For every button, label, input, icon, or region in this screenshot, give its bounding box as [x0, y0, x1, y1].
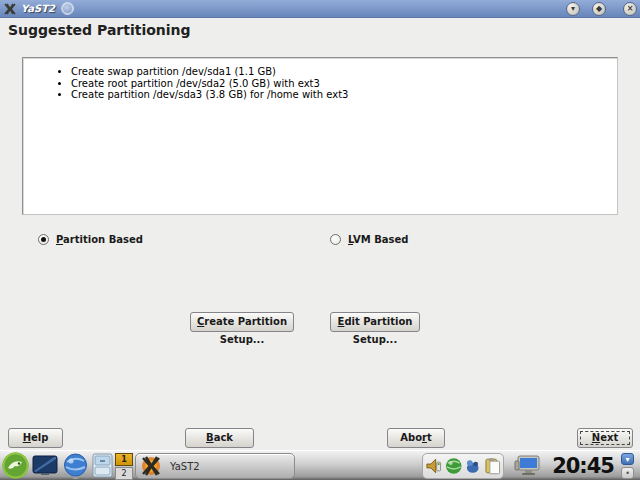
hide-panel-icon[interactable]: ▾ [621, 453, 634, 465]
yast-window-icon [4, 3, 16, 15]
window-title: YaST2 [21, 3, 55, 14]
pager-desktop-1[interactable]: 1 [115, 453, 133, 466]
taskbar-task-yast2[interactable]: YaST2 [135, 453, 295, 479]
clipboard-icon[interactable] [484, 457, 502, 475]
partitioning-mode-options: Partition Based LVM Based [0, 234, 640, 248]
maximize-button[interactable]: ◆ [592, 2, 606, 16]
radio-partition-based[interactable]: Partition Based [38, 234, 143, 245]
proposal-item-home: Create partition /dev/sda3 (3.8 GB) for … [71, 89, 617, 101]
proposal-item-swap: Create swap partition /dev/sda1 (1.1 GB) [71, 66, 617, 78]
show-desktop-icon[interactable] [32, 455, 58, 476]
network-globe-icon[interactable] [445, 457, 463, 475]
edit-partition-setup-button[interactable]: Edit Partition Setup... [330, 312, 420, 332]
create-partition-setup-button[interactable]: Create Partition Setup... [190, 312, 294, 332]
back-button[interactable]: Back [185, 428, 254, 448]
titlebar[interactable]: YaST2 ▾ ◆ × [0, 0, 640, 18]
volume-icon[interactable] [425, 457, 443, 475]
radio-lvm-based[interactable]: LVM Based [330, 234, 408, 245]
radio-circle-selected-icon[interactable] [38, 234, 49, 245]
taskbar-clock[interactable]: 20:45 [548, 454, 614, 478]
close-button[interactable]: × [623, 2, 637, 16]
help-button[interactable]: Help [8, 428, 63, 448]
system-tray [422, 453, 504, 479]
radio-lvm-based-label: LVM Based [348, 234, 408, 245]
panel-applets: ▾ • [621, 453, 635, 480]
power-manager-icon[interactable] [464, 457, 482, 475]
yast-task-icon [140, 455, 162, 477]
display-settings-icon[interactable] [514, 455, 540, 477]
kde-taskbar: 1 2 YaST2 [0, 450, 640, 480]
desktop-pager[interactable]: 1 2 [115, 453, 133, 480]
suse-menu-icon[interactable] [2, 452, 29, 479]
proposal-item-root: Create root partition /dev/sda2 (5.0 GB)… [71, 78, 617, 90]
partitioning-proposal-panel: Create swap partition /dev/sda1 (1.1 GB)… [22, 57, 618, 215]
lock-session-icon[interactable]: • [621, 467, 634, 479]
suse-swirl-icon [61, 2, 74, 15]
radio-partition-based-label: Partition Based [56, 234, 143, 245]
web-browser-icon[interactable] [62, 453, 89, 479]
abort-button[interactable]: Abort [387, 428, 445, 448]
proposal-list: Create swap partition /dev/sda1 (1.1 GB)… [71, 66, 617, 101]
minimize-button[interactable]: ▾ [566, 2, 580, 16]
pager-desktop-2[interactable]: 2 [115, 467, 133, 480]
page-title: Suggested Partitioning [8, 22, 191, 38]
system-drawer-icon[interactable] [92, 453, 113, 478]
radio-circle-unselected-icon[interactable] [330, 234, 341, 245]
task-label: YaST2 [170, 461, 200, 472]
yast2-window: { "window": { "title": "YaST2", "icons":… [0, 0, 640, 480]
next-button[interactable]: Next [577, 428, 633, 448]
